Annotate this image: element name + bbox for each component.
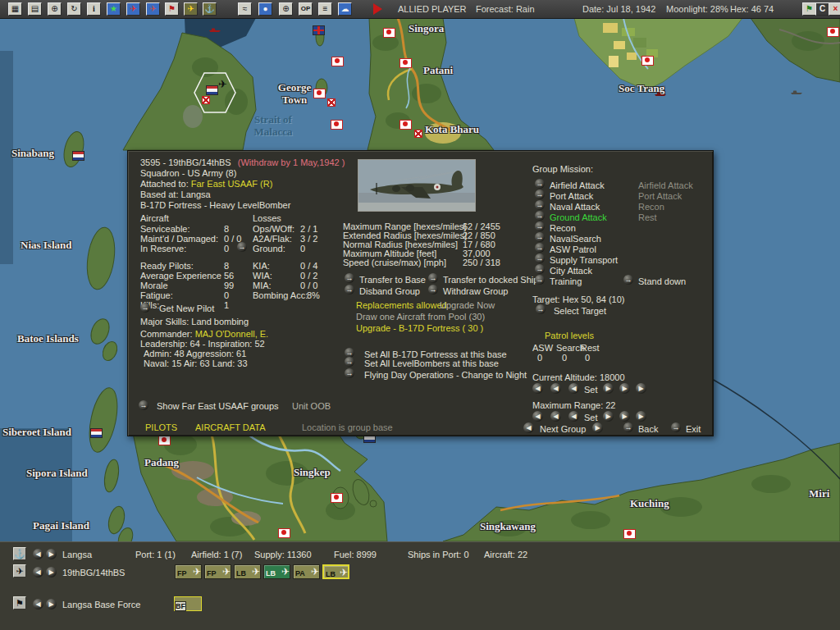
base-name[interactable]: Langsa [62,550,92,559]
next-group-nav-button[interactable]: ▶ [46,567,57,578]
japanese-flag-marker[interactable] [313,89,326,98]
mission-item-recon[interactable]: Recon [550,223,576,233]
mission-arrow[interactable]: → [535,179,545,189]
day-night-arrow[interactable]: → [345,368,354,378]
disband-arrow[interactable]: → [345,285,354,294]
base-force-unit-button[interactable]: BF [174,596,202,611]
get-new-pilot-button[interactable]: Get New Pilot [159,304,214,313]
altitude-inc-med[interactable]: ▶ [619,383,630,394]
mission-arrow[interactable]: → [535,243,545,253]
report-list-icon[interactable]: ▤ [28,2,42,16]
transfer-ship-button[interactable]: Transfer to docked Ship [443,275,538,285]
upgrade-line-button[interactable]: Upgrade - B-17D Fortress ( 30 ) [356,323,483,333]
mission-arrow[interactable]: → [535,200,545,210]
japanese-flag-marker[interactable] [641,56,654,66]
dutch-flag-marker[interactable] [72,151,84,161]
japanese-flag-marker[interactable] [331,120,343,130]
next-group-button[interactable]: ▶ [592,422,603,433]
squadron-button-pa[interactable]: PA✈ [293,564,320,579]
squadron-button-fp1[interactable]: FP✈ [175,564,202,579]
mission-item-airfield-attack[interactable]: Airfield Attack [550,180,605,190]
ground-unit-name[interactable]: Langsa Base Force [62,600,140,609]
commander-name[interactable]: MAJ O'Donnell, E. [195,329,269,339]
flag-bases-icon[interactable]: ⚑ [165,2,179,16]
prev-base-button[interactable]: ◀ [33,549,43,559]
aircraft-data-tab[interactable]: AIRCRAFT DATA [195,422,266,432]
globe-cycle-icon[interactable]: ↻ [67,2,81,16]
transfer-base-arrow[interactable]: → [345,273,354,283]
star-display-icon[interactable]: ★ [107,2,121,16]
mission-item-training[interactable]: Training [550,276,582,286]
draw-pool-button[interactable]: Draw one Aircraft from Pool (30) [356,312,485,322]
base-mode-icon[interactable]: ⚓ [13,547,26,560]
mission-arrow[interactable]: → [535,253,545,263]
weather-display-icon[interactable]: ☁ [338,2,352,16]
british-flag-marker[interactable] [313,25,325,35]
japanese-flag-marker[interactable] [331,57,344,66]
mission-item-naval-search[interactable]: NavalSearch [550,234,601,244]
back-arrow[interactable]: → [623,422,633,432]
japanese-flag-marker[interactable] [158,436,171,445]
prev-group-nav-button[interactable]: ◀ [33,567,43,578]
combat-events-icon[interactable]: C [815,2,829,16]
port-symbol[interactable] [327,98,336,107]
friendly-aircraft-icon[interactable]: ✈ [146,2,160,16]
range-dec-large[interactable]: ◀ [532,411,543,422]
mission-item-port-attack[interactable]: Port Attack [550,191,593,201]
altitude-dec-large[interactable]: ◀ [532,383,543,394]
set-all-class-arrow[interactable]: → [345,357,354,367]
disband-button[interactable]: Disband Group [359,286,420,296]
range-inc-large[interactable]: ▶ [636,411,646,422]
mission-item-city-attack[interactable]: City Attack [550,266,592,276]
upgrade-now-button[interactable]: Upgrade Now [440,300,495,310]
quit-icon[interactable]: × [829,2,840,16]
aircraft-display-icon[interactable]: ✈ [184,2,198,16]
world-zoom-icon[interactable]: ⊕ [279,2,293,16]
squadron-button-lb3-selected[interactable]: LB✈ [322,564,349,579]
mission-arrow[interactable]: → [535,264,545,274]
squadron-button-lb2-active[interactable]: LB✈ [263,564,290,579]
altitude-set-button[interactable]: Set [584,385,598,395]
get-new-pilot-arrow[interactable]: → [140,303,150,313]
landunit-mode-icon[interactable]: ⚑ [13,596,26,609]
day-night-button[interactable]: Flying Day Operations - Change to Night [364,370,527,380]
transfer-base-button[interactable]: Transfer to Base [359,275,426,285]
japanese-flag-marker[interactable] [827,27,839,37]
back-button[interactable]: Back [638,424,658,434]
replacements-toggle[interactable]: Replacements allowed [356,300,447,310]
next-group-label[interactable]: Next Group [540,424,586,434]
pilots-tab[interactable]: PILOTS [145,422,177,432]
world-map-icon[interactable]: ● [258,2,272,16]
prev-group-button[interactable]: ◀ [523,422,534,433]
range-inc-med[interactable]: ▶ [619,411,630,422]
select-target-button[interactable]: Select Target [554,306,606,316]
air-group-icon[interactable]: ✈ [218,78,227,90]
operations-icon[interactable]: OP [299,2,313,16]
japanese-flag-marker[interactable] [623,529,636,539]
range-dec-small[interactable]: ◀ [568,411,579,422]
japanese-flag-marker[interactable] [278,528,290,538]
port-symbol[interactable] [202,96,210,104]
dutch-flag-marker[interactable] [90,428,103,438]
mission-arrow[interactable]: → [535,275,545,285]
transfer-ship-arrow[interactable]: → [428,273,438,283]
range-set-button[interactable]: Set [584,413,598,422]
reserve-arrow-button[interactable]: → [237,242,247,252]
mission-item-asw-patrol[interactable]: ASW Patrol [550,244,596,254]
exit-arrow[interactable]: → [671,422,681,432]
range-dec-med[interactable]: ◀ [550,411,561,422]
prev-unit-button[interactable]: ◀ [33,599,43,609]
set-all-class-button[interactable]: Set All LevelBombers at this base [364,358,499,368]
mission-arrow[interactable]: → [535,189,545,199]
port-symbol[interactable] [414,130,422,138]
show-groups-button[interactable]: Show Far East USAAF groups [157,401,279,411]
info-icon[interactable]: i [87,2,101,16]
mission-arrow[interactable]: → [535,232,545,242]
stand-down-button[interactable]: Stand down [638,276,686,286]
save-flag-icon[interactable]: ⚑ [802,2,816,16]
mission-item-naval-attack[interactable]: Naval Attack [550,202,600,212]
exit-button[interactable]: Exit [686,424,701,434]
enemy-aircraft-icon[interactable]: ✈ [126,2,140,16]
selected-group-name[interactable]: 19thBG/14thBS [62,568,125,578]
airgroup-mode-icon[interactable]: ✈ [13,564,26,578]
